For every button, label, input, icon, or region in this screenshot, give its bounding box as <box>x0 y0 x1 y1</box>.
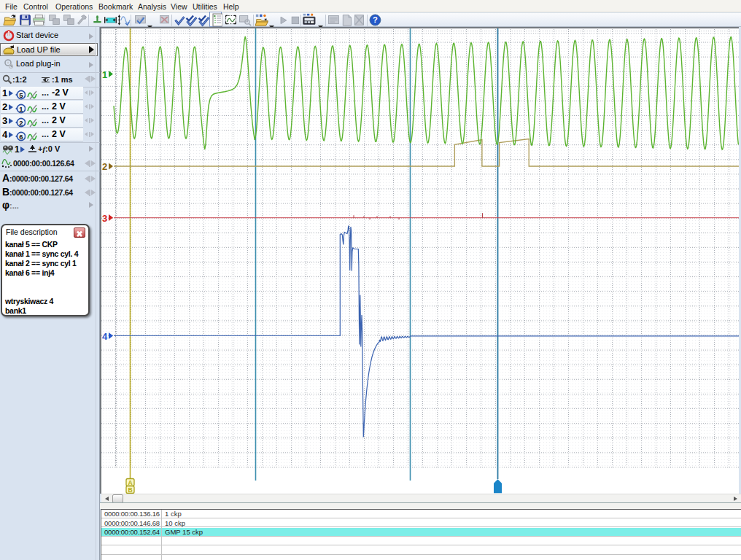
svg-text:5: 5 <box>19 91 23 99</box>
svg-text:6: 6 <box>19 133 23 141</box>
svg-text:1: 1 <box>19 105 23 113</box>
svg-text:B: B <box>128 486 132 494</box>
svg-text:2: 2 <box>102 161 107 172</box>
svg-text:4: 4 <box>102 331 108 342</box>
svg-text:2: 2 <box>19 119 23 127</box>
svg-text:3: 3 <box>102 213 107 224</box>
svg-text:A: A <box>128 479 132 486</box>
svg-text:1: 1 <box>102 69 107 80</box>
svg-text:?: ? <box>373 15 378 24</box>
